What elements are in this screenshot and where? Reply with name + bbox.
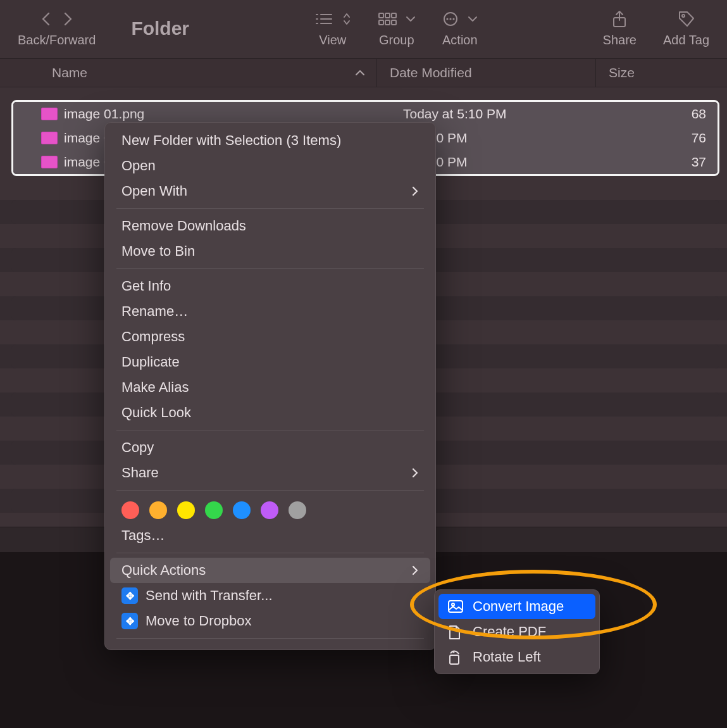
action-label: Action [442,33,478,47]
sort-asc-icon [355,69,365,77]
svg-rect-11 [392,20,396,25]
file-size: 37 [609,154,718,170]
svg-rect-10 [385,20,390,25]
image-icon [447,599,464,613]
menu-move-dropbox[interactable]: ✥ Move to Dropbox [105,608,435,634]
menu-separator [116,268,424,269]
menu-separator [116,490,424,491]
updown-icon [342,12,351,26]
view-control[interactable]: View [314,9,351,47]
svg-rect-7 [385,13,390,18]
menu-remove-downloads[interactable]: Remove Downloads [105,213,435,239]
tag-blue[interactable] [233,501,251,519]
chevron-right-icon [411,565,419,576]
menu-separator [116,638,424,639]
menu-separator [116,553,424,553]
file-date: Today at 5:10 PM [390,106,609,122]
tag-color-row [105,495,435,523]
menu-new-folder-selection[interactable]: New Folder with Selection (3 Items) [105,128,435,153]
group-control[interactable]: Group [378,9,416,47]
nav-controls: Back/Forward [18,9,96,47]
column-header: Name Date Modified Size [0,59,727,87]
context-menu: New Folder with Selection (3 Items) Open… [104,122,436,650]
tag-yellow[interactable] [177,501,195,519]
image-file-icon [41,108,58,120]
svg-rect-6 [379,13,383,18]
window-title: Folder [131,18,189,39]
tag-red[interactable] [121,501,139,519]
svg-rect-20 [450,655,459,664]
svg-point-13 [446,18,448,20]
group-label: Group [379,33,414,47]
tags-control[interactable]: Add Tag [663,9,709,47]
menu-copy[interactable]: Copy [105,435,435,460]
menu-send-transfer[interactable]: ✥ Send with Transfer... [105,583,435,608]
chevron-right-icon [411,467,419,479]
menu-rename[interactable]: Rename… [105,299,435,324]
menu-make-alias[interactable]: Make Alias [105,375,435,400]
tag-green[interactable] [205,501,223,519]
toolbar: Back/Forward Folder View [0,0,727,59]
tag-gray[interactable] [289,501,306,519]
column-name-label: Name [52,65,87,80]
menu-share[interactable]: Share [105,460,435,486]
dropbox-icon: ✥ [121,587,138,604]
tags-label: Add Tag [663,33,709,47]
forward-button[interactable] [61,11,74,27]
menu-quick-look[interactable]: Quick Look [105,400,435,425]
column-name[interactable]: Name [0,59,377,87]
file-size: 76 [609,130,718,146]
submenu-create-pdf[interactable]: Create PDF [438,619,595,644]
rotate-left-icon [447,650,464,664]
tag-orange[interactable] [149,501,167,519]
svg-point-15 [452,18,454,20]
action-control[interactable]: Action [442,9,478,47]
menu-separator [116,430,424,430]
file-name: image 01.png [64,106,144,122]
image-file-icon [41,132,58,144]
file-size: 68 [609,106,718,122]
quick-actions-submenu: Convert Image Create PDF Rotate Left [434,589,600,674]
image-file-icon [41,156,58,168]
menu-move-to-bin[interactable]: Move to Bin [105,239,435,264]
chevron-right-icon [411,185,419,197]
tag-purple[interactable] [261,501,278,519]
back-button[interactable] [40,11,53,27]
menu-separator [116,208,424,209]
menu-tags[interactable]: Tags… [105,523,435,548]
tag-icon [678,10,695,28]
svg-rect-8 [392,13,396,18]
svg-rect-18 [449,601,463,612]
share-icon [612,10,627,28]
submenu-convert-image[interactable]: Convert Image [438,594,595,619]
menu-open-with[interactable]: Open With [105,179,435,204]
dropbox-icon: ✥ [121,613,138,629]
grid-icon [378,12,397,26]
column-date[interactable]: Date Modified [377,59,596,87]
menu-compress[interactable]: Compress [105,324,435,349]
nav-label: Back/Forward [18,33,96,47]
svg-point-17 [682,15,685,17]
svg-rect-9 [379,20,383,25]
chevron-down-icon [468,15,478,23]
menu-quick-actions[interactable]: Quick Actions [110,558,430,583]
menu-open[interactable]: Open [105,153,435,179]
menu-duplicate[interactable]: Duplicate [105,349,435,375]
share-control[interactable]: Share [603,9,637,47]
submenu-rotate-left[interactable]: Rotate Left [438,644,595,670]
menu-get-info[interactable]: Get Info [105,273,435,299]
chevron-down-icon [406,15,416,23]
view-label: View [319,33,346,47]
svg-point-14 [449,18,451,20]
share-label: Share [603,33,637,47]
svg-point-19 [452,603,454,606]
list-view-icon [314,12,333,26]
action-icon [442,11,459,27]
column-size[interactable]: Size [596,65,727,80]
document-icon [447,625,464,639]
